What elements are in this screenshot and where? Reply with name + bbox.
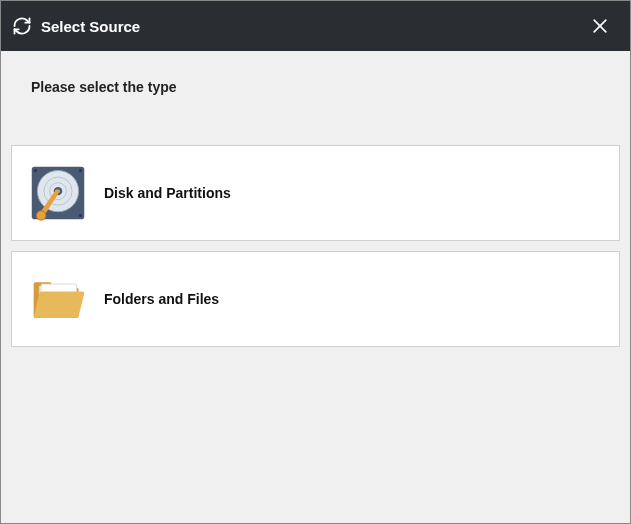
dialog-window: Select Source Please select the type xyxy=(0,0,631,524)
svg-point-10 xyxy=(36,211,45,220)
close-button[interactable] xyxy=(580,6,620,46)
dialog-content: Please select the type D xyxy=(1,51,630,523)
folder-icon xyxy=(26,267,90,331)
option-folders-files[interactable]: Folders and Files xyxy=(11,251,620,347)
svg-point-13 xyxy=(79,214,82,217)
prompt-text: Please select the type xyxy=(11,51,620,145)
option-label: Disk and Partitions xyxy=(104,185,231,201)
disk-icon xyxy=(26,161,90,225)
svg-point-12 xyxy=(79,169,82,172)
option-label: Folders and Files xyxy=(104,291,219,307)
sync-icon xyxy=(11,15,33,37)
option-disk-partitions[interactable]: Disk and Partitions xyxy=(11,145,620,241)
svg-point-11 xyxy=(34,169,37,172)
dialog-title: Select Source xyxy=(41,18,580,35)
titlebar: Select Source xyxy=(1,1,630,51)
